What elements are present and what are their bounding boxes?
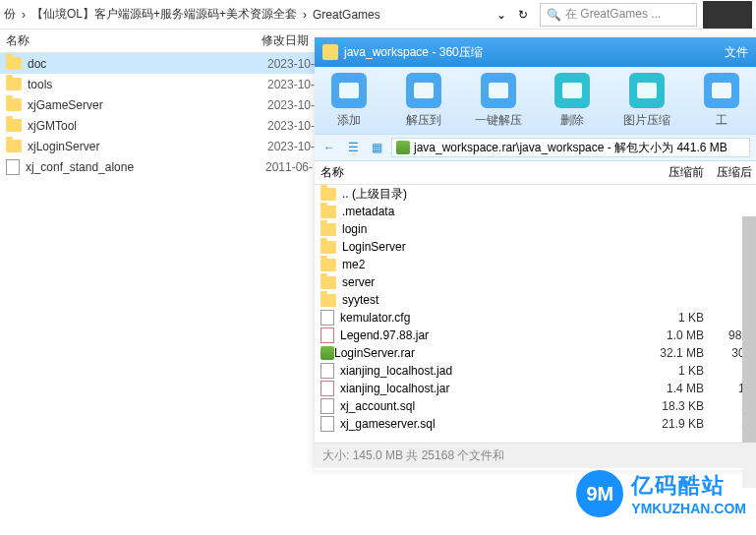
file-name: xj_account.sql — [320, 398, 645, 414]
archive-file-list: .. (上级目录).metadataloginLoginServerme2ser… — [315, 185, 756, 443]
list-item[interactable]: login — [315, 220, 756, 238]
file-date: 2011-06- — [265, 160, 313, 174]
chevron-right-icon: › — [20, 8, 28, 22]
list-item[interactable]: kemulator.cfg1 KB — [315, 309, 756, 327]
folder-icon — [6, 78, 22, 90]
file-name: tools — [28, 78, 267, 91]
toolbar-image-compress-button[interactable]: 图片压缩 — [620, 73, 673, 129]
rar-icon — [396, 141, 410, 154]
breadcrumb-seg[interactable]: GreatGames — [313, 8, 380, 22]
menu-file[interactable]: 文件 — [725, 44, 748, 61]
archive-path-text: java_workspace.rar\java_workspace - 解包大小… — [414, 140, 727, 156]
sql-icon — [320, 416, 334, 432]
column-header-date[interactable]: 修改日期 — [262, 32, 320, 49]
size-before: 21.9 KB — [645, 417, 704, 431]
file-date: 2023-10- — [267, 78, 315, 91]
folder-icon — [320, 259, 336, 271]
sql-icon — [320, 398, 334, 414]
size-before: 18.3 KB — [645, 399, 704, 413]
list-item[interactable]: syytest — [315, 291, 756, 309]
folder-icon — [6, 98, 22, 111]
file-name: .. (上级目录) — [320, 186, 645, 203]
archive-path-bar: ← ☰ ▦ java_workspace.rar\java_workspace … — [315, 134, 756, 161]
watermark: 9M 亿码酷站 YMKUZHAN.COM — [576, 470, 746, 517]
search-placeholder: 在 GreatGames ... — [565, 6, 661, 23]
column-header-after[interactable]: 压缩后 — [704, 164, 756, 181]
list-item[interactable]: .. (上级目录) — [315, 185, 756, 203]
toolbar-label: 一键解压 — [475, 112, 522, 129]
cfg-icon — [320, 363, 334, 379]
vertical-scrollbar[interactable] — [742, 216, 756, 488]
size-before: 1 KB — [645, 311, 704, 325]
list-item[interactable]: me2 — [315, 256, 756, 273]
column-header-name[interactable]: 名称 — [6, 32, 262, 49]
list-item[interactable]: LoginServer.rar32.1 MB30. — [315, 344, 756, 362]
toolbar-label: 解压到 — [406, 112, 441, 129]
file-name: xjGMTool — [28, 119, 267, 133]
list-item[interactable]: xianjing_localhost.jar1.4 MB1. — [315, 380, 756, 397]
toolbar-oneclick-button[interactable]: 一键解压 — [472, 73, 525, 129]
toolbar-label: 工 — [716, 112, 727, 129]
toolbar-extract-button[interactable]: 解压到 — [397, 73, 450, 129]
search-input[interactable]: 🔍 在 GreatGames ... — [540, 3, 697, 27]
toolbar-delete-button[interactable]: 删除 — [546, 73, 599, 129]
list-item[interactable]: xianjing_localhost.jad1 KB — [315, 362, 756, 380]
add-icon — [331, 73, 367, 108]
file-name: Legend.97.88.jar — [320, 327, 645, 343]
watermark-logo: 9M — [576, 470, 623, 517]
list-item[interactable]: server — [315, 273, 756, 291]
file-date: 2023-10- — [267, 119, 315, 133]
list-item[interactable]: Legend.97.88.jar1.0 MB982 — [315, 327, 756, 344]
folder-icon — [320, 206, 336, 218]
file-name: xjGameServer — [28, 98, 267, 112]
watermark-url: YMKUZHAN.COM — [631, 501, 746, 516]
file-name: me2 — [320, 258, 645, 271]
file-name: login — [320, 222, 645, 236]
watermark-cn: 亿码酷站 — [631, 471, 746, 501]
file-name: syytest — [320, 293, 645, 307]
archive-column-headers: 名称 压缩前 压缩后 — [315, 161, 756, 185]
folder-icon — [320, 223, 336, 236]
list-item[interactable]: xj_account.sql18.3 KB2 — [315, 397, 756, 415]
search-icon: 🔍 — [547, 8, 561, 22]
file-name: server — [320, 275, 645, 289]
file-name: LoginServer.rar — [320, 346, 645, 360]
folder-icon — [320, 294, 336, 307]
archive-toolbar: 添加 解压到 一键解压 删除 图片压缩 工 — [315, 67, 756, 134]
app-icon — [322, 44, 338, 60]
toolbar-label: 删除 — [560, 112, 584, 129]
view-icons-button[interactable]: ▦ — [368, 139, 385, 156]
file-name: doc — [28, 57, 267, 71]
size-before: 1 KB — [645, 364, 704, 378]
column-header-name[interactable]: 名称 — [320, 164, 645, 181]
rar-icon — [320, 346, 334, 360]
explorer-address-bar: 份 › 【仙境OL】客户端源码+服务端源码+美术资源全套 › GreatGame… — [0, 0, 756, 30]
breadcrumb-seg[interactable]: 【仙境OL】客户端源码+服务端源码+美术资源全套 — [31, 6, 297, 23]
history-dropdown-button[interactable]: ⌄ — [491, 4, 512, 26]
breadcrumb[interactable]: 份 › 【仙境OL】客户端源码+服务端源码+美术资源全套 › GreatGame… — [4, 6, 491, 23]
window-title: java_workspace - 360压缩 — [344, 44, 725, 61]
column-header-before[interactable]: 压缩前 — [645, 164, 704, 181]
file-name: LoginServer — [320, 240, 645, 254]
view-list-button[interactable]: ☰ — [344, 139, 362, 156]
scrollbar-thumb[interactable] — [742, 216, 756, 443]
file-name: xj_conf_stand_alone — [26, 160, 265, 174]
cfg-icon — [320, 310, 334, 326]
list-item[interactable]: LoginServer — [315, 238, 756, 256]
toolbar-tools-button[interactable]: 工 — [695, 73, 748, 129]
file-icon — [6, 159, 20, 175]
archive-status-bar: 大小: 145.0 MB 共 25168 个文件和 — [315, 443, 756, 468]
image-compress-icon — [629, 73, 665, 108]
list-item[interactable]: xj_gameserver.sql21.9 KB3 — [315, 415, 756, 433]
nav-back-button[interactable]: ← — [320, 139, 338, 156]
file-name: xj_gameserver.sql — [320, 416, 645, 432]
folder-icon — [320, 188, 336, 201]
list-item[interactable]: .metadata — [315, 203, 756, 220]
refresh-button[interactable]: ↻ — [512, 4, 534, 26]
archive-path-input[interactable]: java_workspace.rar\java_workspace - 解包大小… — [391, 138, 750, 157]
file-date: 2023-10- — [267, 57, 315, 71]
tools-icon — [704, 73, 739, 108]
window-title-bar[interactable]: java_workspace - 360压缩 文件 — [315, 37, 756, 67]
toolbar-add-button[interactable]: 添加 — [322, 73, 376, 129]
breadcrumb-seg[interactable]: 份 — [4, 6, 16, 23]
